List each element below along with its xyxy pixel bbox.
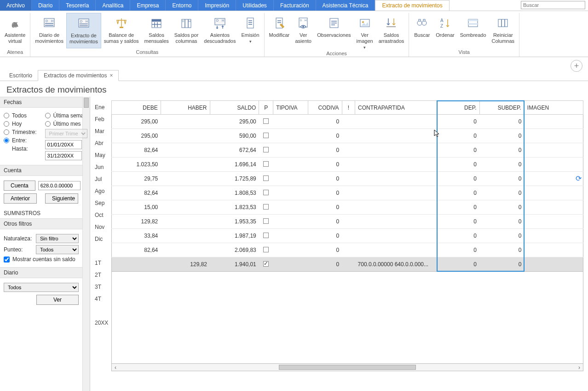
month-20XX[interactable]: 20XX (90, 317, 111, 329)
btn-ver[interactable]: Ver (36, 295, 79, 305)
h-scrollbar[interactable]: ‹ › (111, 364, 583, 371)
month-Nov[interactable]: Nov (90, 221, 111, 233)
table-row[interactable]: 129,821.953,35000 (112, 215, 583, 229)
menu-extracto-de-movimientos[interactable]: Extracto de movimientos (375, 0, 449, 11)
input-hasta[interactable] (45, 151, 82, 160)
ribbon-asistente-virtual[interactable]: αAsistente virtual (2, 13, 28, 48)
ribbon-balance-sumas-saldos[interactable]: Balance de sumas y saldos (101, 13, 142, 48)
menu-archivo[interactable]: Archivo (0, 0, 32, 11)
add-button[interactable]: + (571, 60, 582, 72)
menu-impresión[interactable]: Impresión (198, 0, 236, 11)
scroll-right[interactable]: › (576, 364, 583, 371)
table-row[interactable]: 29,751.725,89000 (112, 172, 583, 186)
ribbon-buscar[interactable]: Buscar (411, 13, 433, 48)
checkbox-p[interactable] (263, 118, 269, 124)
checkbox-p[interactable] (263, 161, 269, 167)
radio-trimestre[interactable] (4, 129, 9, 135)
btn-siguiente[interactable]: Siguiente (45, 193, 78, 204)
month-Oct[interactable]: Oct (90, 209, 111, 221)
ribbon-saldos-columnas[interactable]: DHSaldos por columnas (172, 13, 202, 48)
ribbon-saldos-mensuales[interactable]: Saldos mensuales (142, 13, 172, 48)
col-p[interactable]: P (259, 101, 273, 115)
checkbox-p[interactable] (263, 133, 269, 138)
table-row[interactable]: 15,001.823,53000 (112, 200, 583, 215)
table-row[interactable]: 1.023,501.696,14000 (112, 158, 583, 172)
btn-cuenta[interactable]: Cuenta (4, 181, 35, 191)
table-row[interactable]: 33,841.987,19000 (112, 229, 583, 243)
ribbon-ver-imagen[interactable]: Ver imagen▾ (354, 13, 376, 50)
checkbox-p[interactable] (263, 261, 269, 267)
month-Jun[interactable]: Jun (90, 161, 111, 173)
btn-anterior[interactable]: Anterior (4, 193, 37, 204)
col-debe[interactable]: DEBE (112, 101, 161, 115)
col-saldo[interactable]: SALDO (210, 101, 259, 115)
radio-entre[interactable] (4, 138, 9, 143)
ribbon-saldos-arrastrados[interactable]: Saldos arrastrados (376, 13, 407, 50)
radio-ultimo-mes[interactable] (45, 121, 51, 127)
table-row[interactable]: 82,64672,64000 (112, 143, 583, 158)
ribbon-diario-movimientos[interactable]: DHDiario de movimientos (32, 13, 66, 48)
ribbon-ver-asiento[interactable]: DHVer asiento (292, 13, 314, 50)
col-haber[interactable]: HABER (161, 101, 210, 115)
col-codiva[interactable]: CODIVA (308, 101, 342, 115)
ribbon-modificar[interactable]: Modificar (266, 13, 293, 50)
input-cuenta[interactable] (38, 181, 81, 190)
ribbon-ordenar[interactable]: AZOrdenar (433, 13, 457, 48)
month-4T[interactable]: 4T (90, 293, 111, 305)
chk-sin-saldo[interactable] (4, 257, 10, 263)
ribbon-emision[interactable]: Emisión▾ (238, 13, 262, 48)
radio-todos[interactable] (4, 113, 9, 118)
radio-ultima-semana[interactable] (45, 113, 51, 118)
select-naturaleza[interactable]: Sin filtro (36, 234, 79, 243)
month-Feb[interactable]: Feb (90, 113, 111, 125)
col-tipoiva[interactable]: TIPOIVA (273, 101, 308, 115)
month-1T[interactable]: 1T (90, 257, 111, 269)
grid[interactable]: DEBEHABERSALDOPTIPOIVACODIVA!CONTRAPARTI… (111, 100, 583, 272)
search-input[interactable] (521, 1, 585, 9)
scroll-left[interactable]: ‹ (112, 364, 119, 371)
checkbox-p[interactable] (263, 218, 269, 224)
month-Mar[interactable]: Mar (90, 125, 111, 137)
menu-analítica[interactable]: Analítica (96, 0, 130, 11)
table-row[interactable]: 295,00590,00000 (112, 129, 583, 143)
checkbox-p[interactable] (263, 147, 269, 152)
tab-extractos-de-movimientos[interactable]: Extractos de movimientos× (38, 70, 119, 81)
month-Abr[interactable]: Abr (90, 137, 111, 149)
menu-diario[interactable]: Diario (32, 0, 59, 11)
checkbox-p[interactable] (263, 233, 269, 238)
checkbox-p[interactable] (263, 190, 269, 195)
table-row[interactable]: 82,642.069,83000 (112, 243, 583, 257)
radio-hoy[interactable] (4, 121, 9, 127)
ribbon-extracto-movimientos[interactable]: DHExtracto de movimientos (66, 13, 101, 48)
table-row[interactable]: 129,821.940,010700.0.0.00000 640.0.0.000… (112, 257, 583, 272)
input-entre[interactable] (45, 140, 82, 149)
close-icon[interactable]: × (110, 72, 113, 79)
month-Jul[interactable]: Jul (90, 173, 111, 185)
col-![interactable]: ! (342, 101, 355, 115)
select-diario[interactable]: Todos (4, 283, 79, 292)
ribbon-reiniciar-columnas[interactable]: Reiniciar Columnas (489, 13, 518, 48)
tab-escritorio[interactable]: Escritorio (4, 70, 38, 81)
col-imagen[interactable]: IMAGEN (524, 101, 583, 115)
menu-tesorería[interactable]: Tesorería (59, 0, 96, 11)
month-Dic[interactable]: Dic (90, 233, 111, 245)
month-2T[interactable]: 2T (90, 269, 111, 281)
sidebar-scrollbar[interactable] (82, 97, 90, 391)
checkbox-p[interactable] (263, 247, 269, 252)
menu-empresa[interactable]: Empresa (130, 0, 166, 11)
menu-entorno[interactable]: Entorno (166, 0, 198, 11)
checkbox-p[interactable] (263, 175, 269, 181)
col-contrapartida[interactable]: CONTRAPARTIDA (355, 101, 437, 115)
month-3T[interactable]: 3T (90, 281, 111, 293)
col-subdep[interactable]: SUBDEP. (479, 101, 524, 115)
select-punteo[interactable]: Todos (36, 245, 79, 254)
ribbon-sombreado[interactable]: Sombreado (457, 13, 489, 48)
table-row[interactable]: 295,00295,00000 (112, 115, 583, 129)
menu-utilidades[interactable]: Utilidades (236, 0, 274, 11)
select-trimestre[interactable]: Primer Trimestre (45, 129, 87, 138)
menu-asistencia-técnica[interactable]: Asistencia Técnica (316, 0, 375, 11)
col-dep[interactable]: DEP. (437, 101, 480, 115)
ribbon-asientos-descuadrados[interactable]: DHAsientos descuadrados (201, 13, 238, 48)
ribbon-observaciones[interactable]: Observaciones (314, 13, 353, 50)
checkbox-p[interactable] (263, 204, 269, 210)
